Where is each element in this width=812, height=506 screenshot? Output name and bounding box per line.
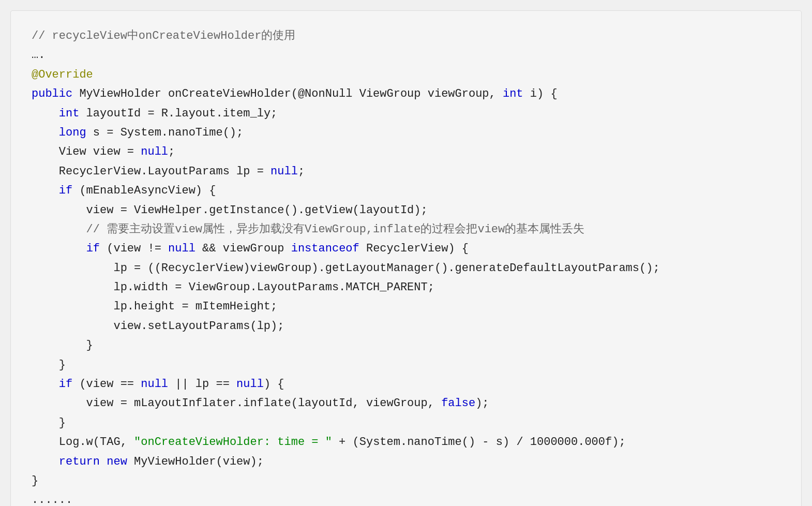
code-line-6: long s = System.nanoTime(); bbox=[32, 126, 243, 139]
plain-line-2: …. bbox=[32, 49, 45, 62]
code-line-20: view = mLayoutInflater.inflate(layoutId,… bbox=[32, 397, 489, 410]
code-line-4: public MyViewHolder onCreateViewHolder(@… bbox=[32, 87, 558, 100]
code-line-24: } bbox=[32, 474, 38, 487]
code-line-16: view.setLayoutParams(lp); bbox=[32, 320, 284, 333]
code-container: // recycleView中onCreateViewHolder的使用 …. … bbox=[10, 10, 802, 506]
annotation-line-3: @Override bbox=[32, 68, 93, 81]
code-line-18: } bbox=[32, 359, 66, 371]
code-line-15: lp.height = mItemHeight; bbox=[32, 300, 277, 313]
code-line-23: return new MyViewHolder(view); bbox=[32, 455, 264, 468]
code-line-14: lp.width = ViewGroup.LayoutParams.MATCH_… bbox=[32, 281, 434, 294]
plain-line-25: ...... bbox=[32, 494, 72, 506]
code-line-8: RecyclerView.LayoutParams lp = null; bbox=[32, 165, 305, 178]
comment-line-1: // recycleView中onCreateViewHolder的使用 bbox=[32, 29, 295, 42]
code-line-10: view = ViewHelper.getInstance().getView(… bbox=[32, 204, 428, 217]
code-line-9: if (mEnableAsyncView) { bbox=[32, 184, 216, 197]
code-line-7: View view = null; bbox=[32, 145, 175, 158]
code-line-13: lp = ((RecyclerView)viewGroup).getLayout… bbox=[32, 262, 660, 275]
code-line-5: int layoutId = R.layout.item_ly; bbox=[32, 107, 277, 120]
code-line-12: if (view != null && viewGroup instanceof… bbox=[32, 242, 469, 255]
comment-line-11: // 需要主动设置view属性，异步加载没有ViewGroup,inflate的… bbox=[32, 223, 584, 236]
code-line-19: if (view == null || lp == null) { bbox=[32, 378, 284, 391]
code-line-21: } bbox=[32, 416, 66, 429]
code-line-22: Log.w(TAG, "onCreateViewHolder: time = "… bbox=[32, 436, 626, 449]
code-block: // recycleView中onCreateViewHolder的使用 …. … bbox=[32, 26, 780, 506]
code-line-17: } bbox=[32, 339, 93, 352]
